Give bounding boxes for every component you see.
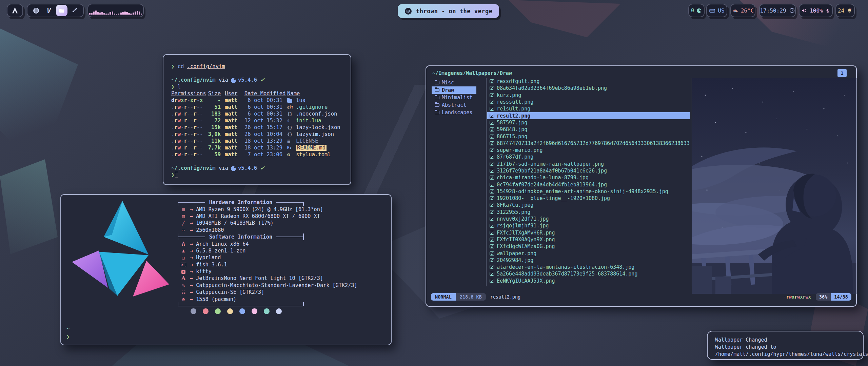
image-file-icon	[490, 114, 494, 118]
file-list-item[interactable]: ressdfgult.png	[487, 78, 690, 85]
file-name: resssult.png	[497, 99, 533, 105]
fetch-window[interactable]: Hardware Information AMD Ryzen 9 5900X (…	[60, 194, 392, 345]
image-file-icon	[490, 210, 494, 214]
tab-badge[interactable]: 1	[837, 69, 847, 77]
file-list-item[interactable]: kurz.png	[487, 92, 690, 99]
notification-toast[interactable]: Wallpaper Changed Wallpaper changed to /…	[707, 331, 864, 360]
file-list-item[interactable]: result2.png	[487, 112, 690, 119]
file-name: .neoconf.json	[296, 111, 337, 117]
terminal-window[interactable]: ❯ cd .config/nvim ~/.config/nvim viav5.4…	[163, 54, 351, 185]
visualizer-bar	[118, 14, 120, 15]
file-list-item[interactable]: chica-mirando-la-luna-8799.jpg	[487, 174, 690, 181]
image-file-icon	[490, 93, 494, 97]
software-icon	[178, 241, 189, 247]
file-list-item[interactable]: atardecer-en-la-montanas-ilustracion-634…	[487, 264, 690, 270]
keyboard-layout-pill[interactable]: US	[706, 4, 727, 17]
file-permissions: drwxr-xr-x	[171, 97, 205, 103]
file-list-item[interactable]: nnvuv0xj2df71.jpg	[487, 216, 690, 222]
launcher-button[interactable]	[7, 4, 23, 17]
sidebar-folder-item[interactable]: Abstract	[432, 101, 476, 109]
file-manager-icon[interactable]	[56, 5, 67, 16]
info-value: JetBrainsMono Nerd Font Light 10 [GTK2/3…	[196, 275, 323, 281]
audio-visualizer[interactable]	[87, 4, 144, 17]
file-list-item[interactable]: FXfcHgcWIAMzs0G.png	[487, 243, 690, 250]
file-name: FXfcHgcWIAMzs0G.png	[497, 243, 555, 249]
arrow-icon	[190, 275, 193, 281]
paint-icon[interactable]	[69, 5, 80, 16]
file-list-item[interactable]: 3126f7e9bbf21a8a4af0b67b041c6e26.jpg	[487, 167, 690, 174]
file-list-item[interactable]: 3122955.png	[487, 209, 690, 216]
file-date: 6 oct 00:31	[244, 104, 287, 110]
file-permissions: -rwxrwxrwx	[784, 294, 811, 300]
shell-cwd: ~	[66, 326, 70, 332]
image-file-icon	[490, 127, 494, 131]
file-list-item[interactable]: 154928-odinokoe_anime-art-anime-okno-sin…	[487, 188, 690, 195]
file-list-item[interactable]: re1sult.png	[487, 105, 690, 112]
file-list-item[interactable]: 87r687df.png	[487, 154, 690, 160]
file-list-item[interactable]: 587597.jpg	[487, 119, 690, 126]
file-list-item[interactable]: 596848.jpg	[487, 126, 690, 133]
image-file-icon	[490, 141, 494, 145]
sidebar-folder-item[interactable]: Draw	[432, 86, 476, 94]
arrow-icon	[190, 255, 193, 261]
file-date: 26 oct 15:17	[244, 124, 287, 130]
file-list-item[interactable]: rsjqojlmjhf91.jpg	[487, 222, 690, 229]
image-file-icon	[490, 189, 494, 194]
file-list-item[interactable]: 20492984.jpg	[487, 257, 690, 264]
file-name: result2.png	[497, 113, 530, 119]
file-list-item[interactable]: FXfcJlTXgAMvH6R.png	[487, 229, 690, 236]
file-list-item[interactable]: 8FKa7Cu.jpeg	[487, 202, 690, 208]
spotify-icon	[405, 7, 412, 15]
file-list-item[interactable]: 217167-sad-anime-rain-wallpaper.png	[487, 161, 690, 167]
keyboard-icon	[709, 7, 715, 14]
sidebar-folder-item[interactable]: Minimalist	[432, 94, 476, 101]
palette-dot	[191, 308, 196, 314]
arrow-icon	[190, 262, 193, 268]
file-table-row: .rw-r--r-- 72 matt 12 oct 15:32 init.lua	[171, 117, 351, 124]
file-list-item[interactable]: super-mario.png	[487, 147, 690, 154]
pacman-icon	[696, 8, 702, 14]
hardware-info-list: AMD Ryzen 9 5900X (24) @ 4.9GHz [61.3°on…	[178, 206, 395, 233]
folder-label: Abstract	[442, 102, 466, 108]
table-header-row: Permissions Size User Date Modified Name	[171, 90, 351, 97]
file-date: 6 oct 00:31	[244, 97, 287, 103]
file-name: 217167-sad-anime-rain-wallpaper.png	[497, 161, 604, 167]
arrow-icon	[190, 282, 193, 288]
file-list-item[interactable]: EeNKYgIUcAAJ5JX.png	[487, 278, 690, 284]
file-list-item[interactable]: resssult.png	[487, 99, 690, 105]
file-owner: matt	[225, 138, 242, 144]
file-size: 59	[205, 151, 221, 158]
firefox-icon[interactable]	[30, 5, 42, 16]
info-value: 868x366	[196, 227, 224, 233]
weather-pill[interactable]: 26°C	[730, 4, 755, 17]
info-row: 1558 (pacman)	[178, 296, 395, 302]
file-date: 6 oct 00:31	[244, 111, 287, 117]
updates-pill[interactable]: 0	[688, 4, 705, 17]
arrow-icon	[190, 296, 193, 302]
notifications-pill[interactable]: 24	[835, 4, 855, 17]
audio-pill[interactable]: 100%	[799, 4, 833, 17]
file-list-item[interactable]: 08a634fa02a32364f69ebc86a98eb1eb.png	[487, 85, 690, 92]
file-list-item[interactable]: FXfcII0X0AQyn9X.png	[487, 236, 690, 243]
shell-prompt[interactable]: ❯	[66, 334, 70, 340]
file-list-item[interactable]: 68747470733a2f2f696d616765732d7769786d70…	[487, 140, 690, 147]
software-icon	[178, 297, 189, 302]
now-playing-pill[interactable]: thrown - on the verge	[398, 4, 499, 18]
file-list-item[interactable]: 5a266e448add93deab367d87173e9f25-6837886…	[487, 270, 690, 277]
file-permissions: .rw-r--r--	[171, 151, 205, 158]
file-list-item[interactable]: wallpaper.png	[487, 250, 690, 257]
app-dock: V	[27, 4, 84, 17]
clock-pill[interactable]: 17:50:29	[759, 4, 796, 17]
vim-icon[interactable]: V	[43, 5, 55, 16]
now-playing-title: thrown - on the verge	[416, 8, 492, 15]
file-list-item[interactable]: 19201080-__blue-tinge__-1920×1080.jpg	[487, 195, 690, 202]
file-list-item[interactable]: 866715.png	[487, 133, 690, 140]
terminal-prompt-line[interactable]: ❯	[171, 171, 351, 178]
file-manager-window[interactable]: ~/Imagenes/Wallpapers/Draw 1 Misc Draw M…	[426, 65, 857, 307]
file-list-item[interactable]: 0c794faf07de24a4db4d4fb1eb813964.jpg	[487, 181, 690, 188]
sidebar-folder-item[interactable]: Misc	[432, 79, 476, 86]
pane-divider	[486, 78, 487, 286]
sidebar-folder-item[interactable]: Landscapes	[432, 109, 476, 116]
terminal-color-palette	[191, 308, 282, 314]
software-title: Software Information	[205, 234, 277, 240]
